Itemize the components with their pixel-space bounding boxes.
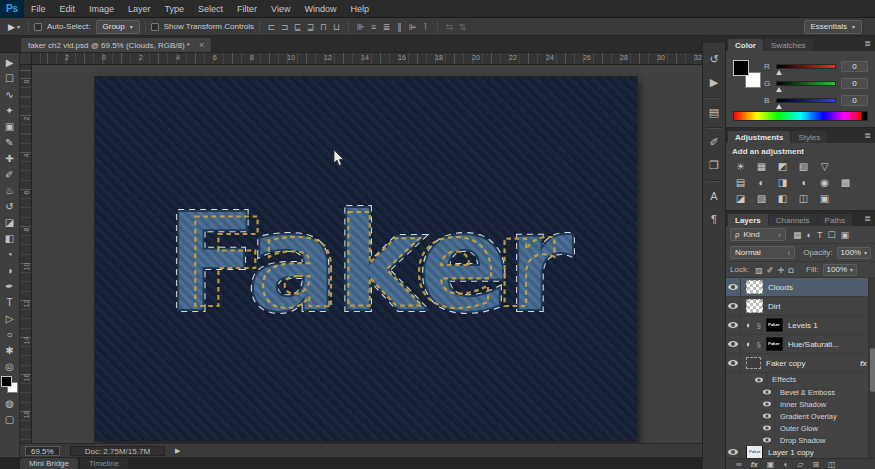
brush-panel-icon[interactable]: ✐: [709, 131, 718, 154]
eye-icon[interactable]: [763, 402, 771, 407]
type-tool[interactable]: T: [0, 294, 19, 310]
menu-image[interactable]: Image: [82, 0, 121, 18]
adjustment-icon-2-3[interactable]: ◫: [795, 191, 812, 206]
adjustment-icon-2-2[interactable]: ◧: [774, 191, 791, 206]
dodge-tool[interactable]: ◑: [0, 262, 19, 278]
panel-menu-icon[interactable]: ≣: [864, 39, 871, 48]
adjustment-icon-0-4[interactable]: ▽: [816, 159, 833, 174]
new-group-icon[interactable]: ▱: [797, 460, 803, 469]
eyedropper-tool[interactable]: ✎: [0, 134, 19, 150]
clone-stamp-tool[interactable]: ♨: [0, 182, 19, 198]
channel-value-field[interactable]: 0: [841, 95, 868, 106]
eye-icon[interactable]: [755, 377, 763, 382]
foreground-color-swatch[interactable]: [733, 60, 749, 76]
zoom-level-field[interactable]: 69.5%: [25, 446, 60, 456]
new-adjustment-layer-icon[interactable]: ◐: [783, 460, 788, 469]
channel-value-field[interactable]: 0: [841, 61, 868, 72]
menu-help[interactable]: Help: [343, 0, 376, 18]
document-tab[interactable]: faker ch2 vid.psd @ 69.5% (Clouds, RGB/8…: [20, 37, 212, 52]
panel-menu-icon[interactable]: ≣: [864, 214, 871, 223]
layer-thumbnail[interactable]: [746, 299, 763, 313]
eye-icon[interactable]: [763, 438, 771, 443]
align-button-4[interactable]: ⊓: [317, 22, 330, 32]
adjustment-icon-1-3[interactable]: ◖: [795, 175, 812, 190]
shape-tool[interactable]: ○: [0, 326, 19, 342]
layer-thumbnail[interactable]: [746, 357, 761, 369]
layer-row-layer-1-copy[interactable]: FakerLayer 1 copy: [726, 446, 875, 458]
adjustment-icon-2-1[interactable]: ▨: [753, 191, 770, 206]
canvas-document[interactable]: Faker: [95, 77, 637, 441]
lock-icon-3[interactable]: Ω: [788, 266, 794, 275]
foreground-color-swatch[interactable]: [1, 376, 12, 387]
lock-icon-2[interactable]: ✛: [777, 266, 784, 275]
brush-tool[interactable]: ✐: [0, 166, 19, 182]
actions-panel-icon[interactable]: ▶: [710, 71, 718, 94]
menu-window[interactable]: Window: [297, 0, 343, 18]
align-button-1[interactable]: ⊐: [278, 22, 291, 32]
align-button-0[interactable]: ⊏: [265, 22, 278, 32]
foreground-background-swatches[interactable]: [1, 376, 18, 393]
add-layer-mask-icon[interactable]: ▣: [767, 460, 775, 469]
scrollbar-thumb[interactable]: [870, 348, 875, 392]
menu-view[interactable]: View: [264, 0, 297, 18]
option-button-0[interactable]: ⇆: [443, 22, 456, 32]
align-button-3[interactable]: ⊒: [304, 22, 317, 32]
option-button-1[interactable]: ⇅: [456, 22, 469, 32]
new-layer-icon[interactable]: ⊞: [812, 460, 819, 469]
show-transform-checkbox[interactable]: [151, 23, 159, 31]
panel-menu-icon[interactable]: ≣: [864, 131, 871, 140]
screen-mode-button[interactable]: ▢: [0, 411, 19, 427]
layers-tab-channels[interactable]: Channels: [769, 214, 817, 226]
layer-row-faker-copy[interactable]: Faker copyfx: [726, 354, 875, 373]
layer-row-levels-1[interactable]: ◐§FakerLevels 1: [726, 316, 875, 335]
menu-layer[interactable]: Layer: [121, 0, 158, 18]
effect-row-inner-shadow[interactable]: Inner Shadow: [726, 398, 875, 410]
adjustment-icon-0-3[interactable]: ▧: [795, 159, 812, 174]
lasso-tool[interactable]: ∿: [0, 86, 19, 102]
adjustments-tab-styles[interactable]: Styles: [791, 131, 827, 143]
adjustment-icon-1-0[interactable]: ▤: [732, 175, 749, 190]
filter-icon-3[interactable]: ☐: [827, 230, 835, 240]
eye-icon[interactable]: [728, 341, 738, 347]
quick-mask-button[interactable]: ◍: [0, 395, 19, 411]
adjustment-icon-0-0[interactable]: ☀: [732, 159, 749, 174]
eye-icon[interactable]: [728, 449, 738, 455]
filter-icon-2[interactable]: T: [817, 230, 823, 240]
info-panel-icon[interactable]: ▤: [709, 101, 719, 124]
gradient-tool[interactable]: ◧: [0, 230, 19, 246]
filter-icon-4[interactable]: ▣: [841, 230, 850, 240]
menu-type[interactable]: Type: [158, 0, 192, 18]
adjustment-icon-2-4[interactable]: ▣: [816, 191, 833, 206]
move-tool[interactable]: ▶: [0, 54, 19, 70]
clone-source-panel-icon[interactable]: ❐: [709, 154, 719, 177]
effect-row-outer-glow[interactable]: Outer Glow: [726, 422, 875, 434]
hand-tool[interactable]: ✱: [0, 342, 19, 358]
close-icon[interactable]: ×: [199, 40, 204, 50]
ruler-origin-corner[interactable]: [20, 53, 32, 65]
adjustment-icon-0-1[interactable]: ▦: [753, 159, 770, 174]
effect-row-gradient-overlay[interactable]: Gradient Overlay: [726, 410, 875, 422]
auto-select-mode-dropdown[interactable]: Group ▾: [96, 20, 140, 34]
layer-thumbnail[interactable]: Faker: [746, 446, 763, 458]
effect-row-drop-shadow[interactable]: Drop Shadow: [726, 434, 875, 446]
layers-scrollbar[interactable]: [868, 278, 875, 458]
align-button-2[interactable]: ⊑: [291, 22, 304, 32]
distribute-button-5[interactable]: ⊺: [419, 22, 432, 32]
menu-filter[interactable]: Filter: [230, 0, 264, 18]
marquee-tool[interactable]: ☐: [0, 70, 19, 86]
blend-mode-dropdown[interactable]: Normal ↕: [730, 246, 795, 259]
delete-layer-icon[interactable]: ◫: [828, 460, 836, 469]
horizontal-ruler[interactable]: 420246810121416182022242628303234: [20, 53, 702, 65]
adjustment-icon-1-1[interactable]: ◐: [753, 175, 770, 190]
lock-icon-0[interactable]: ▨: [755, 266, 763, 275]
menu-edit[interactable]: Edit: [53, 0, 83, 18]
workspace-switcher[interactable]: Essentials ▾: [804, 20, 862, 34]
adjustment-icon-2-0[interactable]: ◪: [732, 191, 749, 206]
distribute-button-2[interactable]: ≣: [380, 22, 393, 32]
filter-icon-1[interactable]: ◐: [807, 230, 812, 240]
distribute-button-3[interactable]: ∥: [393, 22, 406, 32]
status-options-arrow[interactable]: ▶: [175, 447, 180, 455]
eraser-tool[interactable]: ◪: [0, 214, 19, 230]
zoom-tool[interactable]: ◎: [0, 358, 19, 374]
auto-select-checkbox[interactable]: [34, 23, 42, 31]
